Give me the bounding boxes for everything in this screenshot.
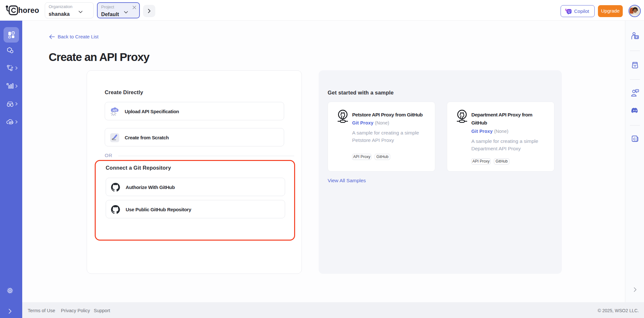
- svg-text:API: API: [112, 109, 117, 112]
- svg-text:C: C: [633, 137, 636, 141]
- svg-text:horeo: horeo: [18, 6, 39, 15]
